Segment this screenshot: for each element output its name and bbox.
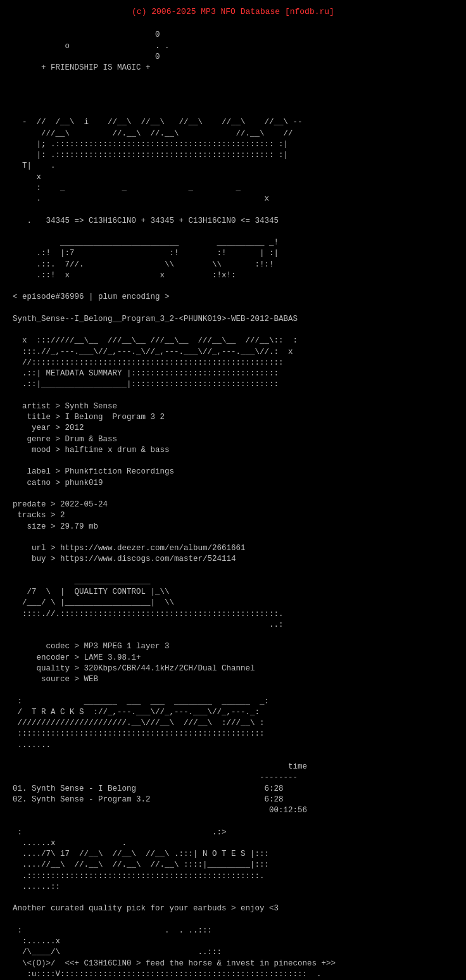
ascii-art-notes: : .:> ......x . ..../7\ i7 //__\ //__\ /… — [13, 828, 269, 891]
notes-text: Another curated quality pick for your ea… — [13, 904, 279, 913]
track-2-row: 02. Synth Sense - Program 3.2 6:28 — [13, 795, 284, 804]
metadata-buy: buy > https://www.discogs.com/master/524… — [13, 555, 236, 563]
catno-value: phunk019 — [65, 479, 103, 487]
time-header: time — [288, 762, 307, 771]
episode-line: < episode#36996 | plum encoding > — [13, 292, 170, 301]
ascii-art-qc: ________________ /7 \ | QUALITY CONTROL … — [13, 577, 284, 629]
ascii-art-top: 0 o . . 0 + FRIENDSHIP IS MAGIC + - // /… — [13, 30, 303, 280]
metadata-size: size > 29.79 mb — [13, 522, 98, 531]
label-label: label — [27, 467, 51, 476]
track-2-time: 6:28 — [265, 795, 284, 804]
tracks-value: 2 — [60, 511, 65, 520]
ascii-art-tracks: : _______ ___ ___ ________ ______ _: / T… — [13, 697, 269, 750]
quality-source: source > WEB — [13, 675, 98, 684]
url-value: https://www.deezer.com/en/album/2661661 — [60, 544, 246, 553]
track-2-title: 02. Synth Sense - Program 3.2 — [13, 795, 151, 804]
metadata-label: label > Phunkfiction Recordings — [13, 467, 174, 476]
quality-codec: codec > MP3 MPEG 1 layer 3 — [13, 642, 170, 651]
site-header: (c) 2006-2025 MP3 NFO Database [nfodb.ru… — [13, 6, 453, 18]
tracks-label: tracks — [18, 511, 46, 520]
metadata-tracks: tracks > 2 — [13, 511, 65, 520]
title-value: I Belong Program 3 2 — [65, 413, 165, 422]
tracks-divider: -------- — [13, 773, 298, 782]
quality-quality: quality > 320Kbps/CBR/44.1kHz/2CH/Dual C… — [13, 664, 255, 673]
codec-label: codec — [46, 642, 70, 651]
encoder-label: encoder — [37, 653, 70, 662]
metadata-title: title > I Belong Program 3 2 — [13, 413, 165, 422]
buy-label: buy — [32, 555, 46, 563]
genre-value: Drum & Bass — [65, 435, 118, 444]
release-name: Synth_Sense--I_Belong__Program_3_2-<PHUN… — [13, 315, 298, 324]
quality-encoder: encoder > LAME 3.98.1+ — [13, 653, 141, 662]
total-time: 00:12:56 — [269, 806, 307, 815]
mood-value: halftime x drum & bass — [65, 446, 170, 455]
metadata-year: year > 2012 — [13, 424, 84, 432]
size-label: size — [27, 522, 46, 531]
artist-value: Synth Sense — [65, 402, 118, 411]
track-1-time: 6:28 — [265, 784, 284, 793]
track-1-title: 01. Synth Sense - I Belong — [13, 784, 136, 793]
title-label: title — [27, 413, 51, 422]
size-value: 29.79 mb — [60, 522, 98, 531]
predate-label: predate — [13, 500, 46, 509]
encoder-value: LAME 3.98.1+ — [84, 653, 141, 662]
catno-label: catno — [27, 479, 51, 487]
source-value: WEB — [84, 675, 99, 684]
source-label: source — [41, 675, 70, 684]
ascii-art-footer: : . . ..::: :......x /\____/\ ..::: \<(O… — [13, 926, 336, 979]
metadata-predate: predate > 2022-05-24 — [13, 500, 108, 509]
buy-value: https://www.discogs.com/master/524114 — [60, 555, 236, 563]
metadata-catno: catno > phunk019 — [13, 479, 103, 487]
metadata-url: url > https://www.deezer.com/en/album/26… — [13, 544, 246, 553]
artist-label: artist — [22, 402, 51, 411]
metadata-artist: artist > Synth Sense — [13, 402, 117, 411]
year-value: 2012 — [65, 424, 84, 432]
label-value: Phunkfiction Recordings — [65, 467, 175, 476]
mood-label: mood — [32, 446, 51, 455]
quality-value: 320Kbps/CBR/44.1kHz/2CH/Dual Channel — [84, 664, 255, 673]
metadata-mood: mood > halftime x drum & bass — [13, 446, 170, 455]
genre-label: genre — [27, 435, 51, 444]
predate-value: 2022-05-24 — [60, 500, 108, 509]
metadata-genre: genre > Drum & Bass — [13, 435, 117, 444]
quality-label: quality — [37, 664, 70, 673]
page-container: (c) 2006-2025 MP3 NFO Database [nfodb.ru… — [13, 6, 453, 980]
tracks-header-row: time — [13, 762, 307, 771]
total-time-row: 00:12:56 — [13, 806, 307, 815]
site-header-text: (c) 2006-2025 MP3 NFO Database [nfodb.ru… — [132, 7, 334, 16]
ascii-art-mid: x ::://///__\__ ///__\__ ///__\__ ///__\… — [13, 336, 298, 389]
nfo-content: 0 o . . 0 + FRIENDSHIP IS MAGIC + - // /… — [13, 19, 453, 980]
url-label: url — [32, 544, 46, 553]
codec-value: MP3 MPEG 1 layer 3 — [84, 642, 170, 651]
year-label: year — [32, 424, 51, 432]
track-1-row: 01. Synth Sense - I Belong 6:28 — [13, 784, 284, 793]
